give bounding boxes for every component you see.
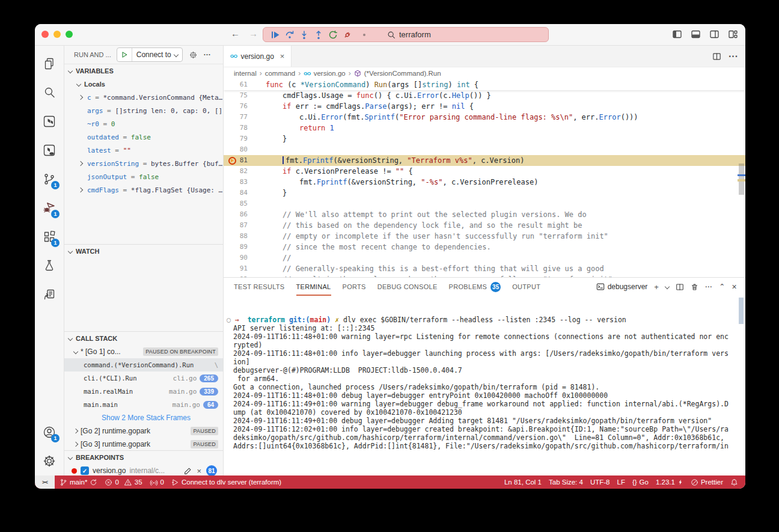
disconnect-icon[interactable] [340,29,355,41]
remove-breakpoint-icon[interactable]: × [197,466,201,475]
code-line[interactable]: 79} [224,133,745,144]
breadcrumb-item[interactable]: (*VersionCommand).Run [364,70,441,77]
line-number[interactable]: 89 [224,242,258,252]
kill-terminal-icon[interactable] [691,283,698,291]
code-line[interactable]: 80 [224,144,745,155]
code-line[interactable]: 84} [224,188,745,198]
call-stack-frame-row[interactable]: main.mainmain.go64 [64,398,223,411]
close-panel-icon[interactable]: × [732,282,737,292]
breakpoints-section-header[interactable]: BREAKPOINTS [64,450,223,464]
branch-status-item[interactable]: main* [56,475,101,489]
code-line[interactable]: 78return 1 [224,123,745,133]
toggle-secondary-sidebar-icon[interactable] [709,29,719,39]
tab-terminal[interactable]: TERMINAL [296,278,331,296]
line-number[interactable]: 87 [224,220,258,231]
tab-ports[interactable]: PORTS [343,278,366,296]
call-stack-frame-row[interactable]: cli.(*CLI).Runcli.go265 [64,371,223,385]
toggle-panel-icon[interactable] [691,29,701,39]
variable-row[interactable]: ~r0 = 0 [64,117,223,130]
code-line[interactable]: 85 [224,198,745,209]
code-line[interactable]: 90// [224,252,745,263]
code-line[interactable]: 81fmt.Fprintf(&versionString, "Terraform… [224,155,745,166]
debug-launch-control[interactable]: Connect to [117,47,183,62]
terminal-dropdown-icon[interactable] [665,284,670,289]
variables-section-header[interactable]: VARIABLES [64,64,223,78]
start-debug-icon[interactable] [117,48,132,61]
terminal-instance-select[interactable]: debugserver [596,283,648,291]
terraform-cloud-icon[interactable] [35,136,64,165]
references-icon[interactable] [35,280,64,309]
code-line[interactable]: 87// this based on the dependency lock f… [224,220,745,231]
ports-status-item[interactable]: 0 [146,475,168,489]
code-line[interactable]: 88// empty or incomplete if the user has… [224,231,745,242]
maximize-panel-icon[interactable]: ⌃ [719,283,725,291]
cursor-position-item[interactable]: Ln 81, Col 1 [501,475,545,489]
line-number[interactable]: 83 [224,177,258,188]
accounts-icon[interactable]: 1 [35,418,64,447]
code-line[interactable]: 83fmt.Fprintf(&versionString, "-%s", c.V… [224,177,745,188]
language-mode-item[interactable]: {} Go [629,475,652,489]
terminal-scrollbar[interactable] [739,298,744,324]
line-number[interactable]: 77 [224,112,258,123]
sticky-code-line[interactable]: 61func (c *VersionCommand) Run(args []st… [224,79,745,90]
call-stack-frame-row[interactable]: main.realMainmain.go339 [64,385,223,398]
variable-row[interactable]: jsonOutput = false [64,170,223,183]
sidebar-more-icon[interactable]: ··· [204,50,211,59]
line-number[interactable]: 86 [224,209,258,220]
line-number[interactable]: 79 [224,133,258,144]
call-stack-section-header[interactable]: CALL STACK [64,331,223,345]
eol-item[interactable]: LF [613,475,628,489]
tab-test-results[interactable]: TEST RESULTS [234,278,285,296]
extensions-icon[interactable]: 1 [35,222,64,251]
line-number[interactable]: 88 [224,231,258,242]
testing-icon[interactable] [35,251,64,280]
notifications-bell-icon[interactable] [727,475,742,489]
variable-row[interactable]: versionString = bytes.Buffer {buf… [64,157,223,170]
line-number[interactable]: 61 [224,79,258,90]
zoom-window-button[interactable] [66,31,73,38]
line-number[interactable]: 82 [224,166,258,177]
panel-more-actions-icon[interactable]: ··· [705,283,712,290]
code-line[interactable]: 75cmdFlags.Usage = func() { c.Ui.Error(c… [224,90,745,101]
line-number[interactable]: 85 [224,198,258,209]
line-number[interactable]: 75 [224,90,258,101]
debug-status-item[interactable]: Connect to dlv server (terraform) [168,475,285,489]
tab-version-go[interactable]: GO version.go × [224,46,292,67]
terminal-output[interactable]: ○ → terraform git:(main) ✗ dlv exec $GOB… [224,296,745,475]
line-number[interactable]: 90 [224,252,258,263]
split-terminal-icon[interactable] [676,283,684,291]
code-editor[interactable]: 61func (c *VersionCommand) Run(args []st… [224,79,745,277]
step-out-icon[interactable] [311,29,326,41]
line-number[interactable]: 81 [224,155,258,166]
split-editor-icon[interactable] [712,52,721,61]
minimize-window-button[interactable] [53,31,61,38]
call-stack-thread-row[interactable]: * [Go 1] co...PAUSED ON BREAKPOINT [64,345,223,358]
debug-settings-gear-icon[interactable] [189,50,198,60]
settings-gear-icon[interactable] [35,447,64,475]
code-line[interactable]: 91// Generally-speaking this is a best-e… [224,263,745,274]
code-line[interactable]: 77c.Ui.Error(fmt.Sprintf("Error parsing … [224,112,745,123]
remote-indicator[interactable]: >< [35,475,55,489]
variable-row[interactable]: args = []string len: 0, cap: 0, [] [64,104,223,117]
tab-size-item[interactable]: Tab Size: 4 [545,475,587,489]
line-number[interactable]: 84 [224,188,258,198]
variable-row[interactable]: c = *command.VersionCommand {Meta… [64,91,223,104]
call-stack-frame-row[interactable]: command.(*VersionCommand).Run\ [64,358,223,371]
code-line[interactable]: 86// We'll also attempt to print out the… [224,209,745,220]
close-window-button[interactable] [41,31,49,38]
navigate-forward-button[interactable]: → [249,28,258,38]
code-line[interactable]: 89// since the most recent change to dep… [224,242,745,252]
variable-row[interactable]: latest = "" [64,144,223,157]
tab-output[interactable]: OUTPUT [512,278,540,296]
search-view-icon[interactable] [35,78,64,107]
line-number[interactable]: 80 [224,144,258,155]
show-more-stack-frames-link[interactable]: Show 2 More Stack Frames [64,411,223,424]
line-number[interactable]: 91 [224,263,258,274]
restart-icon[interactable] [326,29,340,41]
code-line[interactable]: 76if err := cmdFlags.Parse(args); err !=… [224,101,745,112]
step-into-icon[interactable] [297,29,311,41]
variable-row[interactable]: cmdFlags = *flag.FlagSet {Usage: … [64,183,223,197]
run-and-debug-icon[interactable]: 1 [35,194,64,222]
line-number[interactable]: 92 [224,274,258,277]
call-stack-thread-row[interactable]: [Go 3] runtime.goparkPAUSED [64,438,223,451]
